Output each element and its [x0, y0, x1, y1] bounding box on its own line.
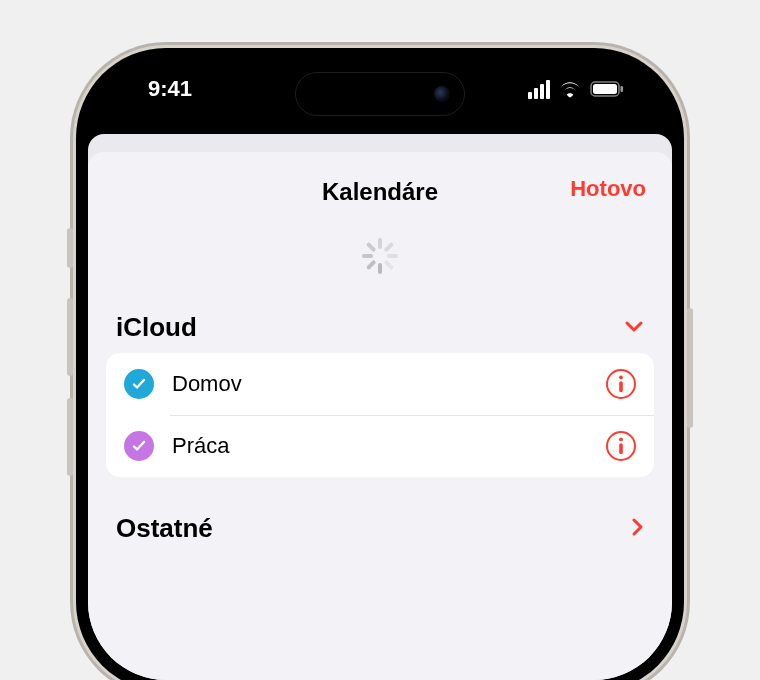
- info-button[interactable]: [606, 369, 636, 399]
- chevron-right-icon: [630, 517, 644, 541]
- dynamic-island: [295, 72, 465, 116]
- volume-up-button: [67, 298, 73, 376]
- volume-down-button: [67, 398, 73, 476]
- cellular-icon: [528, 80, 550, 99]
- wifi-icon: [558, 80, 582, 98]
- sheet-header: Kalendáre Hotovo: [88, 172, 672, 212]
- section-other-header[interactable]: Ostatné: [106, 505, 654, 554]
- section-icloud-title: iCloud: [116, 312, 197, 343]
- chevron-down-icon: [624, 319, 644, 337]
- calendar-row-domov[interactable]: Domov: [106, 353, 654, 415]
- calendars-sheet: Kalendáre Hotovo iCloud: [88, 152, 672, 680]
- section-icloud-header[interactable]: iCloud: [106, 304, 654, 353]
- checkmark-icon[interactable]: [124, 431, 154, 461]
- section-icloud: iCloud Domov: [88, 304, 672, 477]
- status-time: 9:41: [148, 76, 192, 102]
- done-button[interactable]: Hotovo: [570, 176, 646, 202]
- status-indicators: [528, 80, 624, 99]
- section-other: Ostatné: [88, 505, 672, 554]
- power-button: [687, 308, 693, 428]
- calendar-row-praca[interactable]: Práca: [106, 415, 654, 477]
- icloud-calendar-list: Domov Práca: [106, 353, 654, 477]
- svg-rect-6: [619, 443, 623, 454]
- front-camera: [434, 86, 450, 102]
- svg-point-3: [619, 376, 623, 380]
- svg-rect-2: [621, 86, 624, 92]
- status-bar: 9:41: [88, 60, 672, 118]
- side-button: [67, 228, 73, 268]
- svg-rect-4: [619, 381, 623, 392]
- sheet-title: Kalendáre: [322, 178, 438, 206]
- calendar-label: Práca: [172, 433, 588, 459]
- checkmark-icon[interactable]: [124, 369, 154, 399]
- screen: 9:41 Kalendáre Hotovo: [88, 60, 672, 680]
- battery-icon: [590, 81, 624, 97]
- svg-rect-1: [593, 84, 617, 94]
- svg-point-5: [619, 438, 623, 442]
- info-button[interactable]: [606, 431, 636, 461]
- calendar-label: Domov: [172, 371, 588, 397]
- sheet-backdrop: Kalendáre Hotovo iCloud: [88, 134, 672, 680]
- loading-spinner-icon: [362, 238, 398, 274]
- phone-frame: 9:41 Kalendáre Hotovo: [76, 48, 684, 680]
- section-other-title: Ostatné: [116, 513, 213, 544]
